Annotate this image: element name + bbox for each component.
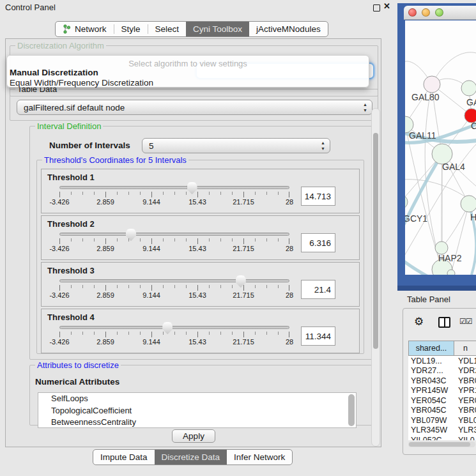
- slider-scale: -3.426 2.859 9.144 15.43 21.715 28: [59, 245, 289, 253]
- popup-option-manual[interactable]: Manual Discretization: [10, 68, 98, 77]
- scale-tick-label: 28: [286, 291, 293, 299]
- slider-scale: -3.426 2.859 9.144 15.43 21.715 28: [59, 291, 289, 300]
- table-row[interactable]: YBR045CYBR0: [408, 406, 476, 416]
- node-label-ga: GA: [466, 97, 476, 107]
- threshold-4-slider[interactable]: [59, 326, 289, 329]
- threshold-2-slider[interactable]: [59, 233, 289, 236]
- popup-option-equal-width[interactable]: Equal Width/Frequency Discretization: [10, 78, 153, 88]
- attributes-group: Attributes to discretize Numerical Attri…: [29, 365, 375, 426]
- cell-name: YBR0: [454, 376, 476, 385]
- table-row[interactable]: YDL19...YDL1: [408, 356, 476, 366]
- scale-tick-label: -3.426: [49, 291, 69, 299]
- scale-tick-label: 28: [286, 245, 293, 252]
- threshold-3-label: Threshold 3: [47, 266, 95, 275]
- network-window-titlebar[interactable]: [404, 6, 476, 20]
- tab-discretize-data[interactable]: Discretize Data: [155, 450, 227, 464]
- tab-network-label: Network: [75, 24, 107, 34]
- threshold-2-value-field[interactable]: 6.316: [301, 233, 335, 252]
- panel-scrollbar-track[interactable]: [371, 108, 380, 447]
- tab-network[interactable]: Network: [56, 22, 114, 36]
- cell-name: YPR1: [454, 386, 476, 395]
- scale-tick-label: 15.43: [188, 245, 206, 252]
- tab-discretize-label: Discretize Data: [162, 452, 220, 462]
- float-window-icon[interactable]: [373, 4, 380, 12]
- scale-tick-label: 28: [286, 338, 293, 346]
- split-columns-icon[interactable]: [438, 317, 450, 328]
- tab-style[interactable]: Style: [114, 22, 148, 36]
- zoom-traffic-light-icon[interactable]: [435, 8, 443, 17]
- network-window: GAL80 GA C GAL11 GAL4 GCY1 H HAP2: [397, 3, 476, 291]
- table-row[interactable]: YER054CYER0: [408, 395, 476, 406]
- threshold-4-value-field[interactable]: 11.344: [301, 326, 335, 346]
- scale-tick-label: 2.859: [96, 291, 114, 299]
- list-item[interactable]: SelfLoops: [38, 393, 356, 405]
- node-h[interactable]: [461, 196, 476, 212]
- tab-cyni-toolbox[interactable]: Cyni Toolbox: [186, 22, 249, 36]
- attributes-group-title: Attributes to discretize: [35, 360, 121, 370]
- close-icon[interactable]: ✕: [383, 1, 390, 11]
- table-row[interactable]: YBR043CYBR0: [408, 376, 476, 386]
- node-gcy1[interactable]: [405, 195, 408, 209]
- list-item[interactable]: TopologicalCoefficient: [38, 405, 356, 417]
- tab-select[interactable]: Select: [148, 22, 187, 36]
- panel-scrollbar-thumb[interactable]: [373, 133, 378, 349]
- apply-button[interactable]: Apply: [172, 429, 215, 443]
- scale-tick-label: 21.715: [233, 291, 254, 299]
- app-screen: Control Panel ✕ Network Style Select Cyn…: [0, 0, 476, 476]
- tab-infer-network[interactable]: Infer Network: [227, 450, 292, 464]
- node-ga[interactable]: [461, 81, 476, 96]
- list-item[interactable]: BetweennessCentrality: [38, 417, 356, 428]
- interval-definition-group: Interval Definition Number of Intervals …: [29, 126, 375, 360]
- scale-tick-label: 15.43: [188, 291, 206, 299]
- gear-icon[interactable]: ⚙: [414, 315, 424, 328]
- column-header-name[interactable]: n: [454, 341, 476, 356]
- threshold-1-value-field[interactable]: 14.713: [301, 187, 335, 206]
- close-traffic-light-icon[interactable]: [408, 8, 417, 17]
- slider-ticks: [59, 285, 289, 291]
- table-row[interactable]: YPR145WYPR1: [408, 386, 476, 396]
- table-horizontal-scrollbar[interactable]: [408, 441, 475, 447]
- table-row[interactable]: YLR345WYLR3: [408, 426, 476, 436]
- node-label-h: H: [470, 212, 476, 222]
- scale-tick-label: 2.859: [96, 245, 114, 252]
- tab-jactivemnodules[interactable]: jActiveMNodules: [249, 22, 328, 36]
- threshold-1-slider[interactable]: [59, 186, 289, 189]
- stepper-icon: ▲▼: [363, 102, 367, 113]
- node-gal80[interactable]: [424, 76, 440, 93]
- select-columns-icon[interactable]: ☑☑: [459, 317, 472, 326]
- attributes-list-scrollbar[interactable]: [348, 394, 355, 426]
- table-row[interactable]: YDR27...YDR2: [408, 366, 476, 376]
- minimize-traffic-light-icon[interactable]: [422, 8, 430, 17]
- scale-tick-label: 2.859: [96, 338, 114, 346]
- table-data-combobox[interactable]: galFiltered.sif default node ▲▼: [17, 100, 372, 115]
- table-row[interactable]: YIL052CYIL0: [408, 435, 476, 440]
- table-panel: ⚙ ☑☑ shared... n YDL19...YDL1 YDR27...YD…: [403, 308, 476, 455]
- network-canvas[interactable]: GAL80 GA C GAL11 GAL4 GCY1 H HAP2: [405, 20, 476, 275]
- tab-jactive-label: jActiveMNodules: [256, 24, 321, 34]
- tab-impute-data[interactable]: Impute Data: [93, 450, 155, 464]
- num-intervals-combobox[interactable]: 5 ▲▼: [142, 138, 330, 153]
- table-body: YDL19...YDL1 YDR27...YDR2 YBR043CYBR0 YP…: [408, 356, 476, 440]
- threshold-1-panel: Threshold 1 -3.426 2.859 9.144: [41, 169, 360, 213]
- threshold-3-value-field[interactable]: 21.4: [301, 280, 335, 299]
- cell-shared: YBR043C: [408, 376, 454, 385]
- scale-tick-label: 21.715: [233, 198, 254, 206]
- cyni-panel: Discretization Algorithm Table Data galF…: [5, 38, 381, 447]
- node-label-gal4: GAL4: [442, 162, 465, 172]
- algorithm-group-title: Discretization Algorithm: [15, 41, 106, 50]
- scale-tick-label: 28: [286, 198, 293, 206]
- table-row[interactable]: YBL079WYBL0: [408, 415, 476, 426]
- cell-shared: YDR27...: [408, 366, 454, 375]
- threshold-3-slider[interactable]: [59, 279, 289, 282]
- network-graph: [405, 20, 476, 275]
- threshold-4-panel: Threshold 4 -3.426 2.859 9.144: [41, 309, 360, 353]
- slider-ticks: [59, 192, 289, 197]
- scale-tick-label: -3.426: [49, 245, 69, 252]
- slider-scale: -3.426 2.859 9.144 15.43 21.715 28: [59, 198, 289, 206]
- node-hap2[interactable]: [435, 242, 448, 254]
- column-header-shared[interactable]: shared...: [408, 341, 454, 356]
- node-bottom-small[interactable]: [447, 270, 455, 275]
- node-label-hap2: HAP2: [438, 253, 462, 263]
- table-horizontal-scrollbar-thumb[interactable]: [409, 442, 470, 447]
- cell-shared: YER054C: [408, 396, 454, 405]
